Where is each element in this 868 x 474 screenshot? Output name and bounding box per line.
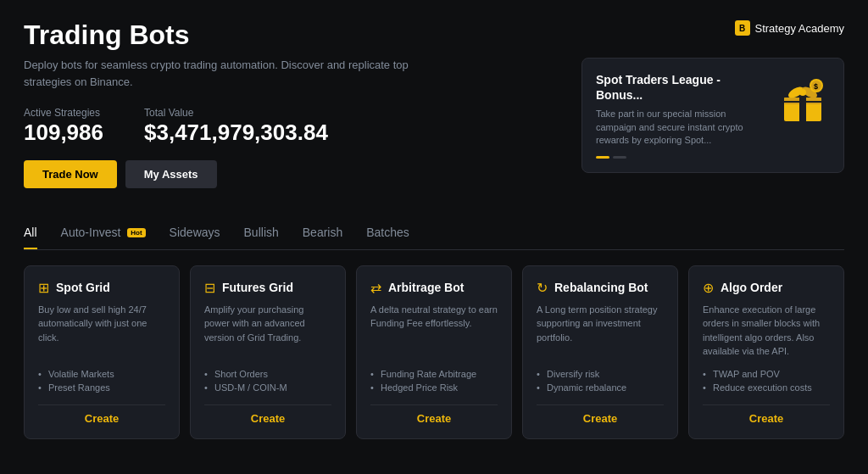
promo-image: $ — [776, 72, 830, 126]
card-header: ⇄ Arbitrage Bot — [370, 280, 498, 296]
promo-title: Spot Traders League - Bonus... — [596, 72, 765, 103]
tab-bearish[interactable]: Bearish — [303, 226, 342, 249]
strategy-academy-label: Strategy Academy — [755, 22, 845, 35]
card-features: TWAP and POVReduce execution costs — [703, 367, 830, 394]
card-feature: Hedged Price Risk — [370, 381, 498, 394]
card-create-button[interactable]: Create — [370, 404, 498, 425]
svg-text:$: $ — [814, 82, 818, 91]
tab-sideways[interactable]: Sideways — [170, 226, 220, 249]
bot-card-2: ⇄ Arbitrage Bot A delta neutral strategy… — [356, 265, 512, 439]
card-create-button[interactable]: Create — [703, 404, 830, 425]
active-strategies-label: Active Strategies — [24, 107, 103, 119]
promo-text-section: Spot Traders League - Bonus... Take part… — [596, 72, 765, 159]
hot-badge: Hot — [127, 228, 145, 237]
bot-cards-grid: ⊞ Spot Grid Buy low and sell high 24/7 a… — [24, 265, 844, 439]
bot-card-0: ⊞ Spot Grid Buy low and sell high 24/7 a… — [24, 265, 180, 439]
card-title: Spot Grid — [56, 281, 110, 294]
card-desc: A Long term position strategy supporting… — [537, 303, 664, 359]
page-subtitle: Deploy bots for seamless crypto trading … — [24, 57, 448, 90]
bot-card-4: ⊕ Algo Order Enhance execution of large … — [688, 265, 844, 439]
card-feature: Diversify risk — [537, 367, 664, 381]
tab-bullish[interactable]: Bullish — [244, 226, 279, 249]
card-icon: ↻ — [537, 280, 548, 296]
strategy-academy-link[interactable]: B Strategy Academy — [735, 20, 845, 36]
bot-card-1: ⊟ Futures Grid Amplify your purchasing p… — [190, 265, 346, 439]
total-value-stat: Total Value $3,471,979,303.84 — [144, 107, 328, 145]
card-icon: ⊞ — [38, 280, 49, 296]
promo-dot-2 — [613, 156, 626, 159]
card-title: Arbitrage Bot — [388, 281, 464, 294]
bot-card-3: ↻ Rebalancing Bot A Long term position s… — [522, 265, 678, 439]
card-icon: ⊟ — [204, 280, 215, 296]
promo-dot-1 — [596, 156, 609, 159]
active-strategies-stat: Active Strategies 109,986 — [24, 107, 103, 145]
card-title: Rebalancing Bot — [554, 281, 648, 294]
my-assets-button[interactable]: My Assets — [125, 160, 217, 188]
total-value-value: $3,471,979,303.84 — [144, 120, 328, 145]
card-header: ⊕ Algo Order — [703, 280, 830, 296]
filter-tabs: All Auto-Invest Hot Sideways Bullish Bea… — [24, 226, 844, 250]
trade-now-button[interactable]: Trade Now — [24, 160, 117, 188]
card-features: Diversify riskDynamic rebalance — [537, 367, 664, 394]
card-title: Futures Grid — [222, 281, 293, 294]
card-desc: Enhance execution of large orders in sma… — [703, 303, 830, 359]
promo-desc: Take part in our special mission campaig… — [596, 108, 765, 147]
tab-all[interactable]: All — [24, 226, 37, 249]
card-desc: A delta neutral strategy to earn Funding… — [370, 303, 498, 359]
card-header: ⊟ Futures Grid — [204, 280, 331, 296]
card-header: ↻ Rebalancing Bot — [537, 280, 664, 296]
svg-point-6 — [799, 89, 806, 96]
total-value-label: Total Value — [144, 107, 328, 119]
card-icon: ⇄ — [370, 280, 381, 296]
card-features: Short OrdersUSD-M / COIN-M — [204, 367, 331, 394]
page-title: Trading Bots — [24, 20, 190, 50]
card-icon: ⊕ — [703, 280, 714, 296]
card-feature: USD-M / COIN-M — [204, 381, 331, 394]
card-create-button[interactable]: Create — [38, 404, 165, 425]
card-features: Funding Rate ArbitrageHedged Price Risk — [370, 367, 498, 394]
card-desc: Buy low and sell high 24/7 automatically… — [38, 303, 165, 359]
active-strategies-value: 109,986 — [24, 120, 103, 145]
card-header: ⊞ Spot Grid — [38, 280, 165, 296]
card-create-button[interactable]: Create — [537, 404, 664, 425]
card-feature: Volatile Markets — [38, 367, 165, 381]
promo-dots — [596, 156, 765, 159]
card-features: Volatile MarketsPreset Ranges — [38, 367, 165, 394]
card-feature: TWAP and POV — [703, 367, 830, 381]
card-title: Algo Order — [721, 281, 782, 294]
tab-auto-invest[interactable]: Auto-Invest Hot — [61, 226, 146, 249]
strategy-academy-icon: B — [735, 20, 750, 36]
card-desc: Amplify your purchasing power with an ad… — [204, 303, 331, 359]
card-feature: Reduce execution costs — [703, 381, 830, 394]
card-create-button[interactable]: Create — [204, 404, 331, 425]
svg-rect-3 — [784, 101, 821, 103]
card-feature: Short Orders — [204, 367, 331, 381]
tab-batches[interactable]: Batches — [366, 226, 409, 249]
promo-card[interactable]: Spot Traders League - Bonus... Take part… — [581, 58, 844, 173]
card-feature: Preset Ranges — [38, 381, 165, 394]
card-feature: Funding Rate Arbitrage — [370, 367, 498, 381]
card-feature: Dynamic rebalance — [537, 381, 664, 394]
